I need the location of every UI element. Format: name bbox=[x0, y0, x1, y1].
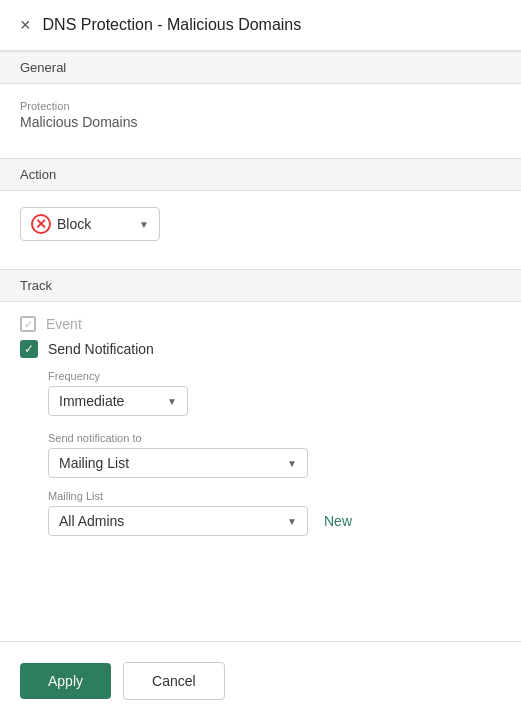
send-notification-row: ✓ Send Notification bbox=[20, 340, 501, 358]
send-notification-to-dropdown[interactable]: Mailing List ▼ bbox=[48, 448, 308, 478]
footer: Apply Cancel bbox=[0, 641, 521, 720]
header: × DNS Protection - Malicious Domains bbox=[0, 0, 521, 51]
mailing-list-label: Mailing List bbox=[48, 490, 501, 502]
general-section-content: Protection Malicious Domains bbox=[0, 84, 521, 146]
new-link[interactable]: New bbox=[324, 513, 352, 529]
cancel-button[interactable]: Cancel bbox=[123, 662, 225, 700]
mailing-list-value: All Admins bbox=[59, 513, 124, 529]
frequency-block: Frequency Immediate ▼ bbox=[20, 370, 501, 416]
action-dropdown-chevron-icon: ▼ bbox=[139, 219, 149, 230]
event-checkmark-icon: ✓ bbox=[24, 318, 33, 331]
protection-value: Malicious Domains bbox=[20, 114, 501, 130]
action-section-content: ✕ Block ▼ bbox=[0, 191, 521, 257]
send-notification-checkmark-icon: ✓ bbox=[24, 342, 34, 356]
send-notification-to-chevron-icon: ▼ bbox=[287, 458, 297, 469]
action-dropdown[interactable]: ✕ Block ▼ bbox=[20, 207, 160, 241]
page-title: DNS Protection - Malicious Domains bbox=[43, 16, 302, 34]
send-notification-to-value: Mailing List bbox=[59, 455, 129, 471]
frequency-label: Frequency bbox=[48, 370, 501, 382]
send-notification-label: Send Notification bbox=[48, 341, 154, 357]
send-notification-to-block: Send notification to Mailing List ▼ bbox=[20, 432, 501, 478]
track-section: Track ✓ Event ✓ Send Notification Freque… bbox=[0, 269, 521, 552]
action-dropdown-value: Block bbox=[57, 216, 91, 232]
mailing-list-chevron-icon: ▼ bbox=[287, 516, 297, 527]
close-icon[interactable]: × bbox=[20, 16, 31, 34]
mailing-list-block: Mailing List All Admins ▼ New bbox=[20, 490, 501, 536]
track-section-header: Track bbox=[0, 269, 521, 302]
block-icon: ✕ bbox=[31, 214, 51, 234]
send-notification-checkbox[interactable]: ✓ bbox=[20, 340, 38, 358]
event-row: ✓ Event bbox=[20, 316, 501, 332]
general-section-header: General bbox=[0, 51, 521, 84]
event-checkbox: ✓ bbox=[20, 316, 36, 332]
event-label: Event bbox=[46, 316, 82, 332]
protection-label: Protection bbox=[20, 100, 501, 112]
apply-button[interactable]: Apply bbox=[20, 663, 111, 699]
frequency-dropdown-chevron-icon: ▼ bbox=[167, 396, 177, 407]
send-notification-to-label: Send notification to bbox=[48, 432, 501, 444]
mailing-list-dropdown[interactable]: All Admins ▼ bbox=[48, 506, 308, 536]
action-section-header: Action bbox=[0, 158, 521, 191]
frequency-dropdown[interactable]: Immediate ▼ bbox=[48, 386, 188, 416]
frequency-value: Immediate bbox=[59, 393, 124, 409]
track-section-content: ✓ Event ✓ Send Notification Frequency Im… bbox=[0, 302, 521, 552]
